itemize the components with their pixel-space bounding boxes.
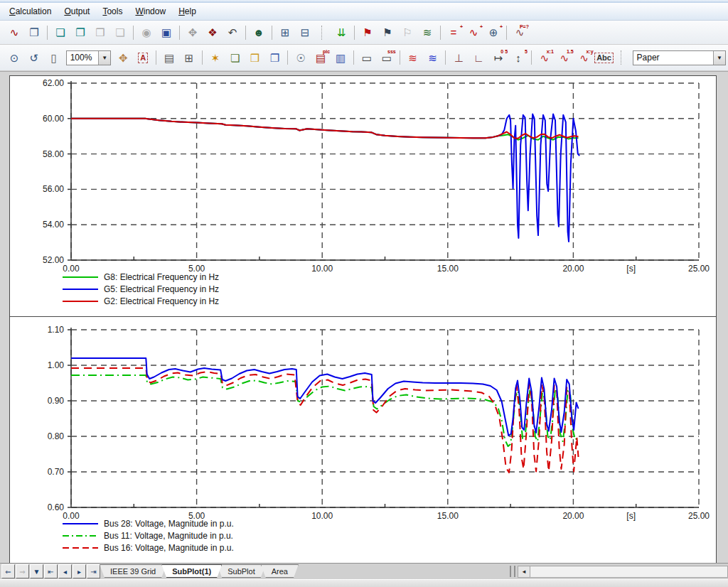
scale-x1-icon[interactable]: ∿x:1 xyxy=(535,48,554,67)
edit-data-icon[interactable]: ❐ xyxy=(71,23,90,42)
save-icon[interactable]: ▣ xyxy=(157,23,176,42)
chevron-down-icon[interactable]: ▼ xyxy=(98,51,110,65)
menu-tools[interactable]: Tools xyxy=(96,4,129,18)
frequency-chart-canvas[interactable]: 52.0054.0056.0058.0060.0062.000.005.0010… xyxy=(10,76,714,316)
zoom-level-select[interactable]: 100%▼ xyxy=(66,50,112,65)
y-tick-label: 1.00 xyxy=(48,360,65,370)
undo-icon: ↶ xyxy=(228,27,237,38)
film-strip-icon[interactable]: ▭ xyxy=(358,48,376,67)
first-tab-icon[interactable]: ⇤ xyxy=(44,564,58,578)
y-scale-icon[interactable]: ↕5 xyxy=(509,48,528,67)
start-simulation-icon[interactable]: ⚑ xyxy=(358,23,377,42)
zoom-in-icon[interactable]: ⊙ xyxy=(5,48,23,67)
label-abc-icon[interactable]: Abc xyxy=(595,48,614,67)
initial-conditions-icon[interactable]: ∿ xyxy=(5,23,23,42)
drawing-area: 52.0054.0056.0058.0060.0062.000.005.0010… xyxy=(0,71,728,563)
pic-page-icon[interactable]: ▤pic xyxy=(311,48,330,67)
tab-subplot[interactable]: SubPlot xyxy=(217,564,266,578)
prev-tab-icon[interactable]: ◂ xyxy=(58,564,72,578)
open-folder-icon[interactable]: ❒ xyxy=(246,48,264,67)
text-window-icon[interactable]: ▥ xyxy=(331,48,350,67)
menu-output[interactable]: Output xyxy=(58,4,96,18)
select-annotation-icon[interactable]: A xyxy=(134,48,152,67)
pan-icon[interactable]: ✥ xyxy=(114,48,132,67)
legend-label-Bus16: Bus 16: Voltage, Magnitude in p.u. xyxy=(104,543,234,553)
print-icon: ▤ xyxy=(164,53,174,63)
network-data-icon[interactable]: ❏ xyxy=(51,23,70,42)
user-icon[interactable]: ☻ xyxy=(250,23,268,42)
frequency-chart-panel[interactable]: 52.0054.0056.0058.0060.0062.000.005.0010… xyxy=(10,76,716,317)
nav-forward-icon[interactable]: ⇒ xyxy=(16,564,29,578)
paper-select[interactable]: Paper▼ xyxy=(633,50,726,65)
tab-area[interactable]: Area xyxy=(261,564,299,578)
update-database-icon[interactable]: ❖ xyxy=(203,23,222,42)
y-tick-label: 0.70 xyxy=(48,467,65,477)
menu-calculation[interactable]: Calculation xyxy=(3,4,58,18)
zoom-back-icon[interactable]: ↺ xyxy=(25,48,43,67)
legend-label-G8: G8: Electrical Frequency in Hz xyxy=(104,272,219,282)
step-simulation-icon[interactable]: ⚑ xyxy=(378,23,397,42)
axis-corner-icon[interactable]: ∟ xyxy=(469,48,488,67)
voltage-chart-canvas[interactable]: 0.600.700.800.901.001.100.005.0010.0015.… xyxy=(10,317,714,564)
data-browser-icon[interactable]: ⊞ xyxy=(276,23,294,42)
axis-both-icon[interactable]: ⊥ xyxy=(449,48,468,67)
pan-hand-disabled-icon[interactable]: ✥ xyxy=(183,23,202,42)
x-tick-label: 15.00 xyxy=(437,511,459,521)
tab-subplot-1-[interactable]: SubPlot(1) xyxy=(161,564,222,578)
define-variable-set-icon[interactable]: =+ xyxy=(444,23,463,42)
page-icon[interactable]: ▯ xyxy=(45,48,63,67)
run-plot-icon: ≋ xyxy=(423,27,432,38)
define-results-icon[interactable]: ∿+ xyxy=(464,23,483,42)
toolbar-separator xyxy=(179,26,180,40)
status-bar xyxy=(0,579,728,587)
graphics-toolbar: ⊙↺▯100%▼✥A▤⊞✶❏❒❐☉▤pic▥▭▭sss≋≋⊥∟↦0 5↕5∿x:… xyxy=(0,45,728,71)
curves-zoom-icon[interactable]: ≋ xyxy=(424,48,442,67)
print-icon[interactable]: ▤ xyxy=(160,48,178,67)
scrollbar-track[interactable] xyxy=(530,566,727,577)
save-icon: ▣ xyxy=(161,27,171,38)
curve-Bus28[interactable] xyxy=(71,358,579,436)
tab-splitter-handle[interactable] xyxy=(510,566,515,577)
pan-hand-disabled-icon: ✥ xyxy=(188,27,198,38)
horizontal-scrollbar[interactable]: ◂ xyxy=(518,566,728,578)
scroll-left-icon[interactable]: ◂ xyxy=(518,566,530,577)
run-plot-icon[interactable]: ≋ xyxy=(418,23,437,42)
copy-pages-icon[interactable]: ❐ xyxy=(265,48,284,67)
undo-icon[interactable]: ↶ xyxy=(223,23,242,42)
new-page-wizard-icon[interactable]: ✶ xyxy=(206,48,225,67)
pages-disabled-icon[interactable]: ❏ xyxy=(111,23,129,42)
tab-list-icon[interactable]: ▼ xyxy=(30,564,43,578)
curve-G8[interactable] xyxy=(71,119,579,140)
step-simulation-icon: ⚑ xyxy=(382,27,392,38)
film-export-icon[interactable]: ▭sss xyxy=(378,48,396,67)
x-scale-icon[interactable]: ↦0 5 xyxy=(489,48,508,67)
scale-xy-icon[interactable]: ∿x:y xyxy=(575,48,594,67)
next-tab-icon[interactable]: ▸ xyxy=(73,564,86,578)
eye-icon[interactable]: ☉ xyxy=(291,48,310,67)
tab-ieee-39-grid[interactable]: IEEE 39 Grid xyxy=(100,564,166,578)
voltage-chart-panel[interactable]: 0.600.700.800.901.001.100.005.0010.0015.… xyxy=(10,317,716,564)
menu-window[interactable]: Window xyxy=(129,4,172,18)
y-tick-label: 60.00 xyxy=(43,114,64,124)
icon-tag-label: + xyxy=(460,24,463,29)
toolbar-separator xyxy=(133,26,134,40)
menu-help[interactable]: Help xyxy=(172,4,203,18)
page-setup-icon[interactable]: ⊞ xyxy=(180,48,198,67)
last-tab-icon[interactable]: ⇥ xyxy=(87,564,100,578)
data-manager-icon[interactable]: ❐ xyxy=(25,23,43,42)
define-events-icon[interactable]: ⊕+ xyxy=(484,23,503,42)
filter-arrows-icon[interactable]: ⇊ xyxy=(332,23,350,42)
page-tabs: IEEE 39 GridSubPlot(1)SubPlotArea xyxy=(105,564,299,578)
copy-pages-icon: ❐ xyxy=(270,53,279,63)
chevron-down-icon[interactable]: ▼ xyxy=(713,51,725,65)
output-window-icon[interactable]: ⊟ xyxy=(296,23,314,42)
insert-page-icon[interactable]: ❏ xyxy=(226,48,245,67)
scale-15-icon[interactable]: ∿1.5 xyxy=(555,48,574,67)
curves-style-icon[interactable]: ≋ xyxy=(404,48,422,67)
output-of-results-icon[interactable]: ∿P=? xyxy=(510,23,529,42)
step-disabled-icon[interactable]: ⚐ xyxy=(398,23,417,42)
initial-conditions-icon: ∿ xyxy=(10,27,19,38)
nav-back-icon[interactable]: ⇐ xyxy=(1,564,15,578)
resume-disabled-icon[interactable]: ◉ xyxy=(137,23,156,42)
inspect-disabled-icon[interactable]: ❒ xyxy=(91,23,109,42)
